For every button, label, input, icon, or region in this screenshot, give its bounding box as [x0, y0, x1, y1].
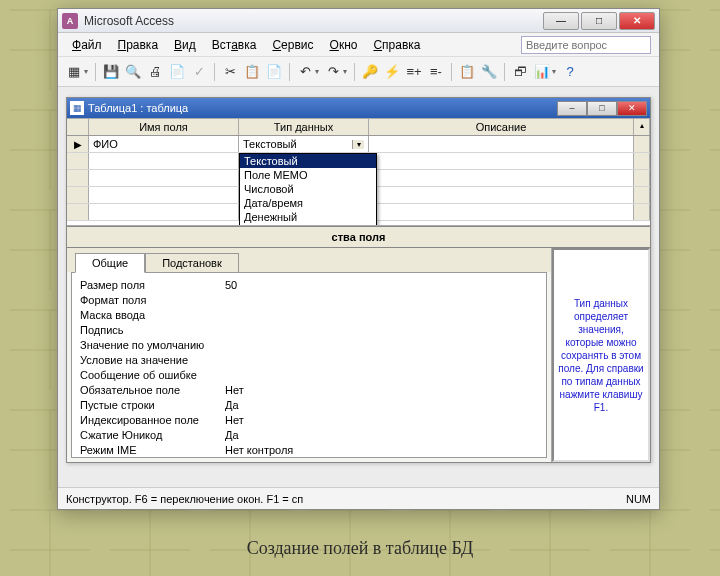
table-row[interactable]: ▶ ФИО Текстовый ▾: [67, 136, 650, 153]
undo-button[interactable]: ↶: [295, 62, 315, 82]
grid-corner[interactable]: [67, 119, 89, 135]
child-maximize-button[interactable]: □: [587, 101, 617, 116]
spellcheck-button[interactable]: ✓: [189, 62, 209, 82]
property-row[interactable]: Индексированное полеНет: [80, 412, 538, 427]
paste-button[interactable]: 📄: [264, 62, 284, 82]
view-button[interactable]: ▦: [64, 62, 84, 82]
lightning-icon[interactable]: ⚡: [382, 62, 402, 82]
properties-button[interactable]: 📋: [457, 62, 477, 82]
column-header-desc[interactable]: Описание: [369, 119, 634, 135]
copy-button[interactable]: 📋: [242, 62, 262, 82]
property-row[interactable]: Пустые строкиДа: [80, 397, 538, 412]
property-row[interactable]: Подпись: [80, 322, 538, 337]
property-label: Формат поля: [80, 294, 225, 306]
property-value[interactable]: Нет контроля: [225, 444, 538, 456]
menu-help[interactable]: Справка: [367, 36, 426, 54]
child-titlebar[interactable]: ▦ Таблица1 : таблица – □ ✕: [67, 98, 650, 118]
tabstrip: Общие Подстановк: [67, 248, 551, 272]
menu-view[interactable]: Вид: [168, 36, 202, 54]
menu-file[interactable]: Файл: [66, 36, 108, 54]
minimize-button[interactable]: —: [543, 12, 579, 30]
property-label: Обязательное поле: [80, 384, 225, 396]
search-button[interactable]: 🔍: [123, 62, 143, 82]
rows-delete-button[interactable]: ≡-: [426, 62, 446, 82]
property-row[interactable]: Маска ввода: [80, 307, 538, 322]
grid-header: Имя поля Тип данных Описание ▴: [67, 118, 650, 136]
column-header-name[interactable]: Имя поля: [89, 119, 239, 135]
property-value[interactable]: Нет: [225, 414, 538, 426]
menu-tools[interactable]: Сервис: [266, 36, 319, 54]
slide-caption: Создание полей в таблице БД: [0, 538, 720, 559]
scroll-up-icon[interactable]: ▴: [634, 119, 650, 135]
property-row[interactable]: Сообщение об ошибке: [80, 367, 538, 382]
property-row[interactable]: Значение по умолчанию: [80, 337, 538, 352]
dropdown-icon[interactable]: ▾: [552, 67, 556, 76]
cut-button[interactable]: ✂: [220, 62, 240, 82]
type-option[interactable]: Дата/время: [240, 196, 376, 210]
property-value[interactable]: 50: [225, 279, 538, 291]
grid-body: ▶ ФИО Текстовый ▾ ТекстовыйПоле МЕМОЧисл…: [67, 136, 650, 226]
help-search-input[interactable]: [521, 36, 651, 54]
property-row[interactable]: Формат поля: [80, 292, 538, 307]
menu-edit[interactable]: Правка: [112, 36, 165, 54]
property-value[interactable]: Да: [225, 399, 538, 411]
property-row[interactable]: Размер поля50: [80, 277, 538, 292]
status-num-indicator: NUM: [626, 493, 651, 505]
type-option[interactable]: Денежный: [240, 210, 376, 224]
row-pointer-icon: ▶: [74, 139, 82, 150]
status-text: Конструктор. F6 = переключение окон. F1 …: [66, 493, 626, 505]
property-value[interactable]: Да: [225, 429, 538, 441]
build-button[interactable]: 🔧: [479, 62, 499, 82]
help-text: Тип данных определяет значения, которые …: [558, 297, 644, 414]
type-option[interactable]: Счетчик: [240, 224, 376, 226]
menu-insert[interactable]: Вставка: [206, 36, 263, 54]
help-button[interactable]: ?: [560, 62, 580, 82]
type-dropdown-list[interactable]: ТекстовыйПоле МЕМОЧисловойДата/времяДене…: [239, 153, 377, 226]
property-label: Условие на значение: [80, 354, 225, 366]
dropdown-icon[interactable]: ▾: [315, 67, 319, 76]
props-header: ства поля: [67, 226, 650, 247]
tab-general[interactable]: Общие: [75, 253, 145, 273]
tab-lookup[interactable]: Подстановк: [145, 253, 239, 273]
redo-button[interactable]: ↷: [323, 62, 343, 82]
table-icon: ▦: [70, 101, 84, 115]
window-title: Microsoft Access: [84, 14, 543, 28]
menu-window[interactable]: Окно: [324, 36, 364, 54]
type-option[interactable]: Поле МЕМО: [240, 168, 376, 182]
property-label: Размер поля: [80, 279, 225, 291]
field-name-cell[interactable]: ФИО: [89, 136, 239, 152]
type-dropdown-icon[interactable]: ▾: [352, 140, 364, 149]
property-row[interactable]: Обязательное полеНет: [80, 382, 538, 397]
property-row[interactable]: Режим предложений IMEНет: [80, 457, 538, 458]
field-desc-cell[interactable]: [369, 136, 634, 152]
access-app-icon: A: [62, 13, 78, 29]
titlebar[interactable]: A Microsoft Access — □ ✕: [58, 9, 659, 33]
property-row[interactable]: Условие на значение: [80, 352, 538, 367]
dropdown-icon[interactable]: ▾: [343, 67, 347, 76]
property-label: Подпись: [80, 324, 225, 336]
db-window-button[interactable]: 🗗: [510, 62, 530, 82]
child-close-button[interactable]: ✕: [617, 101, 647, 116]
lower-panel: Общие Подстановк Размер поля50Формат пол…: [67, 247, 650, 462]
child-minimize-button[interactable]: –: [557, 101, 587, 116]
type-option[interactable]: Числовой: [240, 182, 376, 196]
statusbar: Конструктор. F6 = переключение окон. F1 …: [58, 487, 659, 509]
print-preview-button[interactable]: 📄: [167, 62, 187, 82]
property-label: Сообщение об ошибке: [80, 369, 225, 381]
property-label: Пустые строки: [80, 399, 225, 411]
save-button[interactable]: 💾: [101, 62, 121, 82]
maximize-button[interactable]: □: [581, 12, 617, 30]
property-value[interactable]: Нет: [225, 384, 538, 396]
key-icon[interactable]: 🔑: [360, 62, 380, 82]
dropdown-icon[interactable]: ▾: [84, 67, 88, 76]
field-type-cell[interactable]: Текстовый ▾: [239, 136, 369, 152]
column-header-type[interactable]: Тип данных: [239, 119, 369, 135]
rows-insert-button[interactable]: ≡+: [404, 62, 424, 82]
type-option[interactable]: Текстовый: [240, 154, 376, 168]
property-row[interactable]: Сжатие ЮникодДа: [80, 427, 538, 442]
app-window: A Microsoft Access — □ ✕ Файл Правка Вид…: [57, 8, 660, 510]
print-button[interactable]: 🖨: [145, 62, 165, 82]
property-row[interactable]: Режим IMEНет контроля: [80, 442, 538, 457]
close-button[interactable]: ✕: [619, 12, 655, 30]
new-object-button[interactable]: 📊: [532, 62, 552, 82]
